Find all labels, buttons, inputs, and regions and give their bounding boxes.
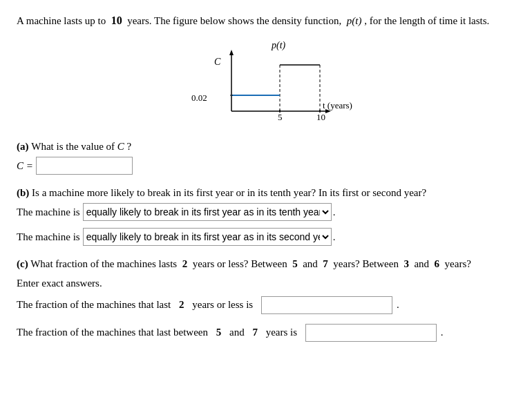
fraction-row2-text1: The fraction of the machines that last b… — [17, 327, 208, 338]
dropdown-row-2: The machine is equally likely to break i… — [17, 228, 515, 246]
part-b-question: (b) Is a machine more likely to break in… — [17, 187, 515, 199]
part-c-num6: 6 — [435, 258, 440, 269]
years-number: 10 — [111, 14, 122, 26]
part-c-num2: 2 — [182, 258, 188, 269]
dropdown-row-1: The machine is equally likely to break i… — [17, 203, 515, 221]
dropdown1-period: . — [333, 206, 336, 218]
fraction-row1-period: . — [397, 299, 399, 311]
part-c-text1: What fraction of the machines lasts — [30, 258, 177, 269]
machine-is-label-2: The machine is — [17, 231, 80, 243]
t10-label: 10 — [316, 112, 325, 122]
part-c-and1: and — [303, 258, 318, 269]
part-c-text4: years? — [445, 258, 471, 269]
fraction-row1-text1: The fraction of the machines that last — [17, 299, 171, 311]
part-a-c-var: C — [117, 141, 124, 152]
part-c-label: (c) — [17, 258, 28, 269]
part-a-section: (a) What is the value of C ? C = — [17, 141, 515, 175]
graph-svg: p(t) C 0.02 — [169, 39, 363, 128]
machine-dropdown-1[interactable]: equally likely to break in its first yea… — [83, 203, 332, 221]
t-years-label: t (years) — [323, 100, 352, 110]
fraction-row-1: The fraction of the machines that last 2… — [17, 296, 515, 314]
part-a-label: (a) — [17, 141, 29, 152]
c-value-input[interactable] — [36, 157, 133, 175]
fraction-row2-period: . — [441, 327, 444, 338]
part-c-and2: and — [414, 258, 429, 269]
part-a-question-text: What is the value of — [31, 141, 115, 152]
part-c-num5: 5 — [292, 258, 298, 269]
val-002-label: 0.02 — [191, 93, 207, 103]
intro-text-before: A machine lasts up to — [17, 15, 106, 26]
machine-dropdown-2[interactable]: equally likely to break in its first yea… — [83, 228, 332, 246]
intro-text-after: , for the length of time it lasts. — [364, 15, 489, 26]
pt-axis-label: p(t) — [271, 40, 286, 51]
fraction-row1-text2: years or less is — [192, 299, 253, 311]
graph-area: p(t) C 0.02 — [17, 39, 515, 128]
fraction-input-1[interactable] — [261, 296, 392, 314]
fraction-row2-and: and — [229, 327, 245, 338]
c-equals-row: C = — [17, 157, 515, 175]
fraction-row1-num: 2 — [179, 299, 184, 311]
part-b-question-text: Is a machine more likely to break in its… — [32, 187, 426, 198]
part-c-question: (c) What fraction of the machines lasts … — [17, 255, 515, 273]
part-c-text3: years? Between — [333, 258, 399, 269]
part-c-num3: 3 — [403, 258, 409, 269]
part-c-text2: years or less? Between — [193, 258, 287, 269]
part-b-section: (b) Is a machine more likely to break in… — [17, 187, 515, 246]
c-equals-label: C = — [17, 160, 33, 172]
part-a-question-end: ? — [127, 141, 132, 152]
fraction-row-2: The fraction of the machines that last b… — [17, 324, 515, 342]
graph-container: p(t) C 0.02 — [169, 39, 363, 128]
fraction-input-2[interactable] — [305, 324, 437, 342]
func-label-inline: p(t) — [347, 15, 362, 26]
svg-marker-2 — [229, 50, 234, 55]
intro-text: A machine lasts up to 10 years. The figu… — [17, 12, 515, 29]
exact-answers-text: Enter exact answers. — [17, 278, 515, 289]
fraction-row2-text2: years is — [266, 327, 297, 338]
fraction-row2-num2: 7 — [252, 327, 258, 338]
machine-is-label-1: The machine is — [17, 206, 80, 218]
part-a-question: (a) What is the value of C ? — [17, 141, 515, 153]
part-c-section: (c) What fraction of the machines lasts … — [17, 255, 515, 342]
intro-text-middle: years. The figure below shows the densit… — [127, 15, 341, 26]
part-c-num7: 7 — [323, 258, 328, 269]
c-axis-label: C — [214, 57, 221, 67]
t5-label: 5 — [278, 112, 283, 122]
part-b-label: (b) — [17, 187, 29, 198]
dropdown2-period: . — [333, 231, 336, 243]
fraction-row2-num1: 5 — [216, 327, 222, 338]
